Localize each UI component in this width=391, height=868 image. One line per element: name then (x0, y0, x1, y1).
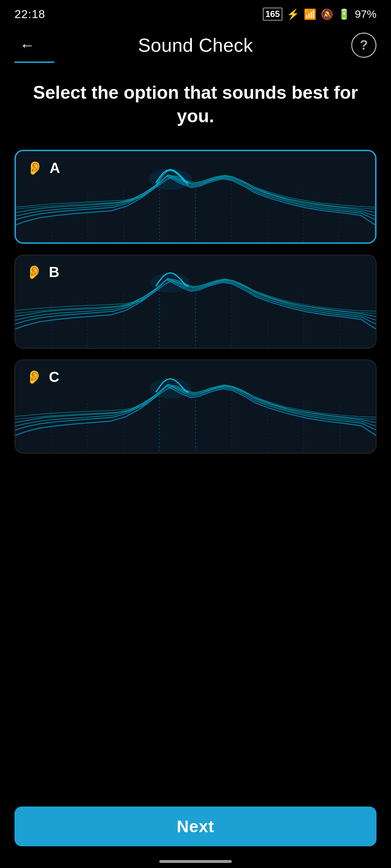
status-time: 22:18 (14, 8, 45, 21)
waveform-b (15, 255, 376, 348)
page-title: Sound Check (138, 34, 253, 56)
option-label-c: 👂 C (26, 369, 59, 385)
back-button[interactable]: ← (14, 33, 40, 58)
option-label-b: 👂 B (26, 264, 59, 280)
waveform-a (16, 151, 375, 242)
help-icon: ? (360, 38, 368, 53)
ear-icon-a: 👂 (27, 161, 43, 176)
svg-point-21 (151, 273, 190, 293)
main-content: Select the option that sounds best for y… (0, 63, 391, 479)
prompt-text: Select the option that sounds best for y… (14, 81, 377, 128)
ear-icon-b: 👂 (26, 265, 42, 280)
home-indicator (159, 860, 232, 863)
next-button[interactable]: Next (14, 807, 377, 846)
ear-icon-c: 👂 (26, 370, 42, 385)
back-arrow-icon: ← (20, 37, 35, 54)
status-icons: 165 ⚡ 📶 🔕 🔋 97% (263, 8, 377, 21)
top-nav: ← Sound Check ? (0, 25, 391, 61)
option-card-a[interactable]: 👂 A (14, 150, 377, 244)
resolution-icon: 165 (263, 8, 282, 21)
svg-rect-22 (15, 360, 376, 453)
battery-icon: 🔋 (338, 8, 350, 20)
waveform-c (15, 360, 376, 453)
svg-point-10 (149, 169, 192, 190)
status-bar: 22:18 165 ⚡ 📶 🔕 🔋 97% (0, 0, 391, 25)
option-letter-c: C (49, 369, 59, 385)
option-letter-a: A (50, 160, 60, 176)
battery-percent: 97% (355, 8, 377, 20)
svg-point-32 (150, 378, 192, 399)
option-letter-b: B (49, 264, 59, 280)
option-card-b[interactable]: 👂 B (14, 255, 377, 349)
option-label-a: 👂 A (27, 160, 60, 176)
option-card-c[interactable]: 👂 C (14, 359, 377, 454)
bluetooth-icon: ⚡ (287, 8, 299, 20)
signal-icon: 📶 (304, 8, 316, 20)
help-button[interactable]: ? (351, 33, 377, 58)
mute-icon: 🔕 (321, 8, 333, 20)
